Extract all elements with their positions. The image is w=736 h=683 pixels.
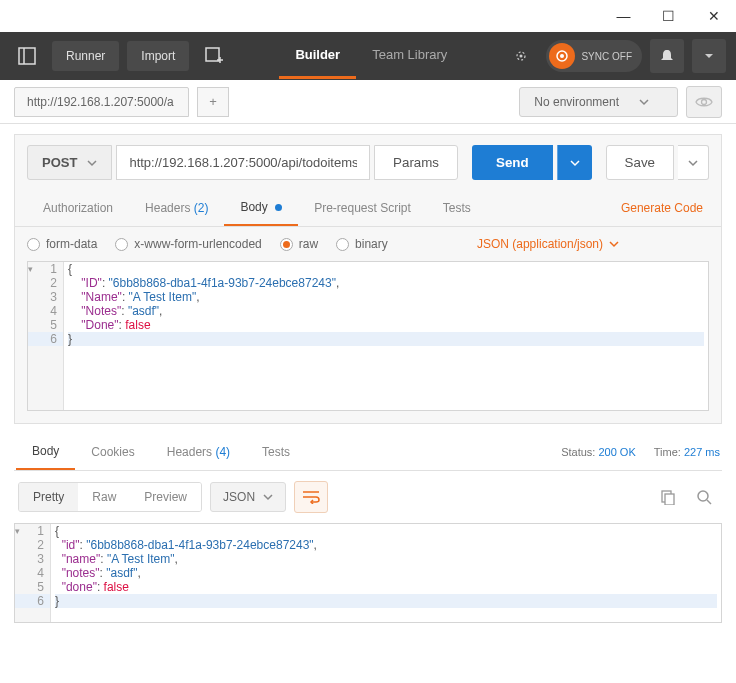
view-raw[interactable]: Raw [78, 483, 130, 511]
line-number: 1 [15, 524, 50, 538]
resp-tab-cookies[interactable]: Cookies [75, 435, 150, 469]
line-number: 3 [15, 552, 50, 566]
code-key: "id" [62, 538, 80, 552]
response-body-editor[interactable]: 1 2 3 4 5 6 { "id": "6bb8b868-dba1-4f1a-… [14, 523, 722, 623]
code-string: "asdf" [128, 304, 159, 318]
code-string: "6bb8b868-dba1-4f1a-93b7-24ebce87243" [109, 276, 336, 290]
search-response-button[interactable] [690, 483, 718, 511]
wrap-icon [302, 490, 320, 504]
view-mode-tabs: Pretty Raw Preview [18, 482, 202, 512]
method-label: POST [42, 155, 77, 170]
format-label: JSON [223, 490, 255, 504]
tab-headers[interactable]: Headers (2) [129, 191, 224, 225]
interceptor-icon[interactable] [504, 39, 538, 73]
environment-quicklook-button[interactable] [686, 86, 722, 118]
view-preview[interactable]: Preview [130, 483, 201, 511]
radio-xwww[interactable]: x-www-form-urlencoded [115, 237, 261, 251]
window-titlebar: — ☐ ✕ [0, 0, 736, 32]
resp-tab-headers[interactable]: Headers (4) [151, 435, 246, 469]
tab-builder[interactable]: Builder [279, 33, 356, 79]
sync-label: SYNC OFF [581, 51, 632, 62]
request-tab[interactable]: http://192.168.1.207:5000/a [14, 87, 189, 117]
save-dropdown[interactable] [678, 145, 709, 180]
tab-team-library[interactable]: Team Library [356, 33, 463, 79]
chevron-down-icon [609, 239, 619, 249]
editor-body[interactable]: { "id": "6bb8b868-dba1-4f1a-93b7-24ebce8… [51, 524, 721, 622]
content-type-dropdown[interactable]: JSON (application/json) [477, 237, 619, 251]
sidebar-toggle-icon[interactable] [10, 39, 44, 73]
line-number: 2 [28, 276, 63, 290]
resp-tab-tests[interactable]: Tests [246, 435, 306, 469]
tab-prerequest[interactable]: Pre-request Script [298, 191, 427, 225]
time-label: Time: [654, 446, 681, 458]
svg-rect-2 [206, 48, 219, 61]
params-button[interactable]: Params [374, 145, 458, 180]
radio-raw[interactable]: raw [280, 237, 318, 251]
code-bool: false [104, 580, 129, 594]
radio-binary-label: binary [355, 237, 388, 251]
close-window-button[interactable]: ✕ [691, 0, 736, 32]
request-tabs: Authorization Headers (2) Body Pre-reque… [15, 190, 721, 227]
tab-body[interactable]: Body [224, 190, 298, 226]
chevron-down-icon [639, 97, 649, 107]
new-tab-icon[interactable] [197, 39, 231, 73]
main-toolbar: Runner Import Builder Team Library SYNC … [0, 32, 736, 80]
sync-circle-icon [549, 43, 575, 69]
editor-gutter: 1 2 3 4 5 6 [15, 524, 51, 622]
send-button[interactable]: Send [472, 145, 553, 180]
minimize-button[interactable]: — [601, 0, 646, 32]
code-string: "A Test Item" [107, 552, 175, 566]
line-number: 1 [28, 262, 63, 276]
radio-binary[interactable]: binary [336, 237, 388, 251]
code-key: "Done" [81, 318, 118, 332]
wrap-toggle-button[interactable] [294, 481, 328, 513]
response-toolbar: Pretty Raw Preview JSON [14, 471, 722, 523]
code-string: "asdf" [106, 566, 137, 580]
line-number: 2 [15, 538, 50, 552]
method-dropdown[interactable]: POST [27, 145, 112, 180]
tab-tests[interactable]: Tests [427, 191, 487, 225]
request-tabbar: http://192.168.1.207:5000/a + No environ… [0, 80, 736, 124]
editor-body[interactable]: { "ID": "6bb8b868-dba1-4f1a-93b7-24ebce8… [64, 262, 708, 410]
add-tab-button[interactable]: + [197, 87, 229, 117]
code-key: "name" [62, 552, 101, 566]
import-button[interactable]: Import [127, 41, 189, 71]
generate-code-link[interactable]: Generate Code [615, 191, 709, 225]
notifications-icon[interactable] [650, 39, 684, 73]
url-input[interactable] [116, 145, 370, 180]
code-brace: { [68, 262, 72, 276]
sync-toggle[interactable]: SYNC OFF [546, 40, 642, 72]
code-string: "A Test Item" [129, 290, 197, 304]
body-dirty-indicator [275, 204, 282, 211]
resp-tab-headers-label: Headers [167, 445, 212, 459]
radio-form-data-label: form-data [46, 237, 97, 251]
copy-response-button[interactable] [654, 483, 682, 511]
send-dropdown[interactable] [557, 145, 592, 180]
request-body-editor[interactable]: 1 2 3 4 5 6 { "ID": "6bb8b868-dba1-4f1a-… [27, 261, 709, 411]
maximize-button[interactable]: ☐ [646, 0, 691, 32]
line-number: 6 [15, 594, 50, 608]
resp-tab-body[interactable]: Body [16, 434, 75, 470]
code-string: "6bb8b868-dba1-4f1a-93b7-24ebce87243" [86, 538, 313, 552]
chevron-down-icon [570, 158, 580, 168]
line-number: 5 [15, 580, 50, 594]
runner-button[interactable]: Runner [52, 41, 119, 71]
user-menu-icon[interactable] [692, 39, 726, 73]
svg-point-8 [560, 54, 564, 58]
response-panel: Body Cookies Headers (4) Tests Status: 2… [14, 434, 722, 623]
view-pretty[interactable]: Pretty [19, 483, 78, 511]
radio-form-data[interactable]: form-data [27, 237, 97, 251]
url-row: POST Params Send Save [15, 135, 721, 190]
chevron-down-icon [688, 158, 698, 168]
svg-point-6 [520, 55, 523, 58]
save-button[interactable]: Save [606, 145, 674, 180]
format-dropdown[interactable]: JSON [210, 482, 286, 512]
code-brace: { [55, 524, 59, 538]
request-panel: POST Params Send Save Authorization Head… [14, 134, 722, 424]
body-type-row: form-data x-www-form-urlencoded raw bina… [15, 227, 721, 261]
tab-authorization[interactable]: Authorization [27, 191, 129, 225]
copy-icon [660, 489, 676, 505]
time-value: 227 ms [684, 446, 720, 458]
code-key: "Notes" [81, 304, 121, 318]
environment-select[interactable]: No environment [519, 87, 678, 117]
